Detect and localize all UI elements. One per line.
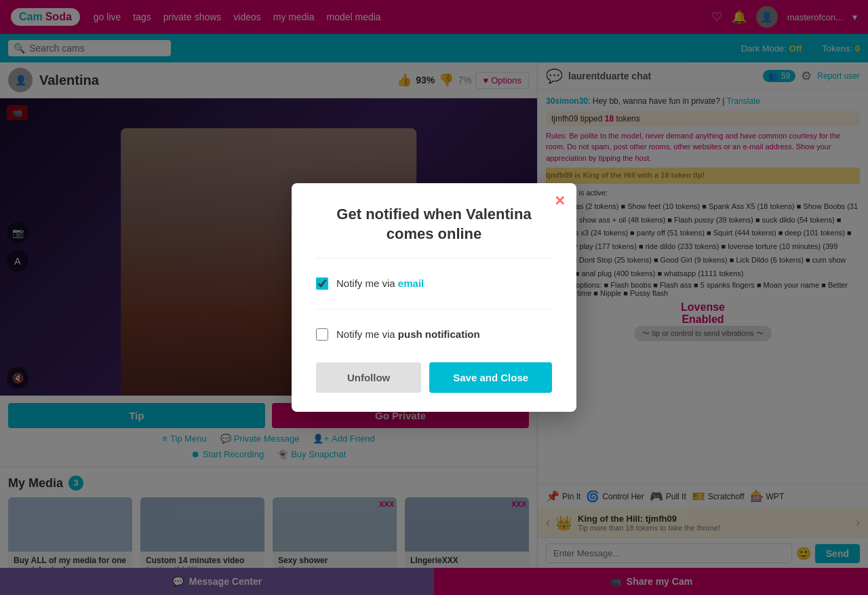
push-option-label[interactable]: Notify me via push notification — [336, 328, 480, 340]
modal: ✕ Get notified when Valentina comes onli… — [292, 183, 576, 411]
modal-push-option: Notify me via push notification — [316, 320, 552, 349]
modal-buttons: Unfollow Save and Close — [316, 362, 552, 393]
modal-overlay[interactable]: ✕ Get notified when Valentina comes onli… — [0, 0, 868, 595]
email-checkbox[interactable] — [316, 277, 328, 290]
save-and-close-button[interactable]: Save and Close — [429, 362, 552, 393]
email-highlight: email — [398, 277, 424, 289]
modal-title: Get notified when Valentina comes online — [316, 205, 552, 244]
modal-email-option: Notify me via email — [316, 269, 552, 298]
modal-close-button[interactable]: ✕ — [554, 193, 566, 209]
modal-divider-1 — [316, 258, 552, 258]
modal-divider-2 — [316, 309, 552, 309]
push-checkbox[interactable] — [316, 328, 328, 341]
push-bold-text: push notification — [398, 328, 480, 340]
email-option-label[interactable]: Notify me via email — [336, 277, 424, 289]
unfollow-button[interactable]: Unfollow — [316, 362, 421, 393]
